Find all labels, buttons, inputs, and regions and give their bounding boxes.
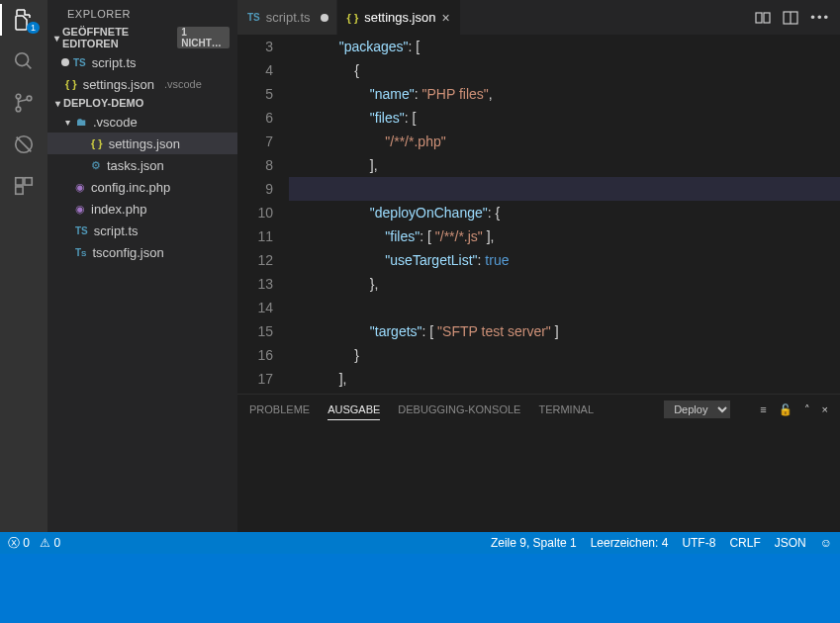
- typescript-icon: TS: [75, 225, 88, 236]
- open-editors-badge: 1 NICHT…: [177, 27, 230, 48]
- language-mode[interactable]: JSON: [775, 536, 806, 550]
- panel-tab-problems[interactable]: PROBLEME: [249, 400, 310, 419]
- explorer-badge: 1: [27, 22, 40, 34]
- panel-tab-terminal[interactable]: TERMINAL: [538, 400, 594, 419]
- file-item[interactable]: TS script.ts: [47, 220, 237, 241]
- cursor-position[interactable]: Zeile 9, Spalte 1: [491, 536, 577, 550]
- svg-point-2: [16, 94, 21, 99]
- close-icon[interactable]: ×: [822, 403, 828, 416]
- code-editor[interactable]: 345678910111213141516171819 "packages": …: [237, 35, 840, 394]
- svg-rect-11: [764, 13, 770, 23]
- svg-point-0: [16, 53, 29, 66]
- open-editor-item[interactable]: { } settings.json .vscode: [47, 73, 237, 95]
- bottom-panel: PROBLEME AUSGABE DEBUGGING-KONSOLE TERMI…: [237, 394, 840, 532]
- editor-area: TS script.ts { } settings.json × ••• 345…: [237, 0, 840, 532]
- tasks-icon: ⚙: [91, 159, 101, 172]
- activity-bar: 1: [0, 0, 47, 532]
- file-item[interactable]: ◉ config.inc.php: [47, 176, 237, 198]
- open-editor-item[interactable]: TS script.ts: [47, 51, 237, 73]
- statusbar: ⓧ 0 ⚠ 0 Zeile 9, Spalte 1 Leerzeichen: 4…: [0, 532, 840, 554]
- chevron-down-icon: ▾: [51, 33, 62, 44]
- chevron-down-icon: ▾: [65, 117, 70, 128]
- panel-tab-debug[interactable]: DEBUGGING-KONSOLE: [398, 400, 520, 419]
- typescript-icon: TS: [247, 12, 260, 23]
- svg-rect-9: [16, 187, 23, 194]
- lock-icon[interactable]: 🔓: [779, 403, 793, 416]
- svg-line-1: [27, 64, 32, 69]
- json-icon: { }: [347, 12, 359, 24]
- more-icon[interactable]: •••: [810, 10, 830, 25]
- compare-icon[interactable]: [755, 10, 771, 26]
- sidebar: EXPLORER ▾ GEÖFFNETE EDITOREN 1 NICHT… T…: [47, 0, 237, 532]
- encoding[interactable]: UTF-8: [682, 536, 715, 550]
- php-icon: ◉: [75, 181, 85, 194]
- svg-rect-7: [16, 178, 23, 185]
- svg-point-3: [16, 107, 21, 112]
- php-icon: ◉: [75, 203, 85, 216]
- file-item[interactable]: ⚙ tasks.json: [47, 154, 237, 176]
- file-item[interactable]: { } settings.json: [47, 133, 237, 154]
- clear-icon[interactable]: ≡: [760, 403, 766, 416]
- indentation[interactable]: Leerzeichen: 4: [591, 536, 669, 550]
- close-icon[interactable]: ×: [441, 10, 449, 26]
- errors-indicator[interactable]: ⓧ 0: [8, 535, 30, 552]
- open-editors-header[interactable]: ▾ GEÖFFNETE EDITOREN 1 NICHT…: [47, 24, 237, 51]
- tab-script[interactable]: TS script.ts: [237, 0, 337, 35]
- file-item[interactable]: TS tsconfig.json: [47, 241, 237, 263]
- chevron-up-icon[interactable]: ˄: [804, 403, 810, 416]
- svg-point-4: [27, 96, 32, 101]
- editor-tabs: TS script.ts { } settings.json × •••: [237, 0, 840, 35]
- folder-item[interactable]: ▾ 🖿 .vscode: [47, 111, 237, 133]
- typescript-icon: TS: [75, 247, 86, 258]
- eol[interactable]: CRLF: [729, 536, 760, 550]
- debug-icon[interactable]: [12, 133, 36, 156]
- explorer-icon[interactable]: 1: [12, 8, 36, 32]
- chevron-down-icon: ▾: [51, 98, 63, 109]
- sidebar-title: EXPLORER: [47, 0, 237, 24]
- search-icon[interactable]: [12, 49, 36, 73]
- split-icon[interactable]: [783, 10, 798, 26]
- dirty-indicator: [321, 14, 328, 22]
- svg-rect-10: [756, 13, 762, 23]
- svg-line-6: [17, 137, 32, 152]
- file-item[interactable]: ◉ index.php: [47, 198, 237, 220]
- panel-tab-output[interactable]: AUSGABE: [327, 400, 380, 420]
- source-control-icon[interactable]: [12, 91, 36, 115]
- json-icon: { }: [91, 137, 103, 149]
- feedback-icon[interactable]: ☺: [820, 536, 832, 550]
- svg-rect-8: [25, 178, 32, 185]
- folder-icon: 🖿: [76, 116, 87, 128]
- typescript-icon: TS: [73, 57, 86, 68]
- extensions-icon[interactable]: [12, 174, 36, 198]
- tab-settings[interactable]: { } settings.json ×: [337, 0, 461, 35]
- warnings-indicator[interactable]: ⚠ 0: [40, 536, 60, 550]
- project-header[interactable]: ▾ DEPLOY-DEMO: [47, 95, 237, 111]
- dirty-indicator: [61, 58, 69, 66]
- output-channel-select[interactable]: Deploy: [664, 400, 730, 418]
- json-icon: { }: [65, 78, 77, 90]
